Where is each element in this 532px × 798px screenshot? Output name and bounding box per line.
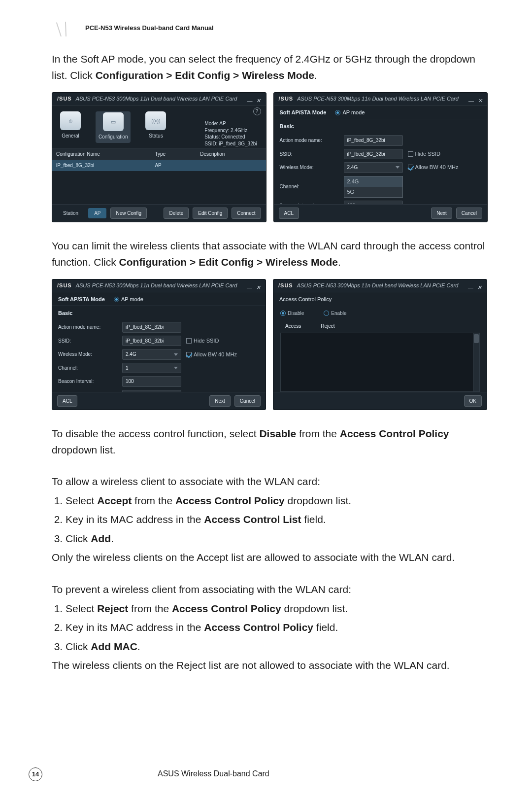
configuration-icon: ▭ [103, 112, 124, 131]
para-allow-intro: To allow a wireless client to associate … [52, 474, 488, 490]
channel-open-list[interactable]: 2.4G 5G [344, 176, 403, 198]
connect-button[interactable]: Connect [232, 208, 261, 219]
tab-configuration[interactable]: ▭ Configuration [96, 111, 131, 143]
para-allow-result: Only the wireless clients on the Accept … [52, 550, 488, 566]
chevron-down-icon [174, 367, 178, 369]
next-button[interactable]: Next [431, 208, 452, 219]
delete-button[interactable]: Delete [164, 208, 189, 219]
status-icon: ((•)) [145, 111, 166, 130]
close-button[interactable]: ✕ [256, 283, 261, 288]
tab-reject[interactable]: Reject [321, 322, 334, 330]
minimize-button[interactable]: — [468, 283, 473, 288]
panel-edit-config-dropdown: /SUS ASUS PCE-N53 300Mbps 11n Dual band … [273, 92, 488, 222]
wireless-mode-select[interactable]: 2.4G [344, 162, 403, 173]
close-button[interactable]: ✕ [477, 97, 482, 102]
close-button[interactable]: ✕ [477, 283, 482, 288]
titlebar: /SUS ASUS PCE-N53 300Mbps 11n Dual band … [52, 93, 266, 105]
panel-access-control: /SUS ASUS PCE-N53 300Mbps 11n Dual band … [273, 279, 487, 410]
window-title: ASUS PCE-N53 300Mbps 11n Dual band Wirel… [76, 95, 237, 103]
tab-general[interactable]: ⎋ General [60, 111, 81, 143]
general-icon: ⎋ [60, 111, 81, 130]
manual-header: PCE-N53 Wireless Dual-band Card Manual [52, 20, 488, 36]
mode-readout: Mode: AP Frequency: 2.4GHz Status: Conne… [204, 120, 257, 147]
para-softap-intro: In the Soft AP mode, you can select the … [52, 51, 488, 83]
ssid-field[interactable]: iP_fbed_8G_32bi [122, 336, 181, 347]
brand: /SUS [57, 95, 72, 103]
ssid-field[interactable]: iP_fbed_8G_32bi [344, 149, 403, 160]
mac-listbox[interactable] [280, 333, 480, 392]
close-button[interactable]: ✕ [256, 97, 261, 102]
acp-enable-radio[interactable]: Enable [324, 310, 346, 317]
acl-button[interactable]: ACL [279, 208, 299, 219]
chevron-down-icon [174, 353, 178, 356]
ap-mode-radio[interactable]: AP mode [335, 108, 365, 117]
cancel-button[interactable]: Cancel [456, 208, 482, 219]
config-table-header: Configuration Name Type Description [52, 148, 266, 161]
next-button[interactable]: Next [209, 395, 231, 407]
para-reject-result: The wireless clients on the Reject list … [52, 658, 488, 674]
acp-title: Access Control Policy [273, 292, 487, 307]
reject-steps: Select Reject from the Access Control Po… [52, 601, 488, 655]
help-button[interactable]: ? [253, 107, 261, 115]
manual-title: PCE-N53 Wireless Dual-band Card Manual [85, 23, 214, 33]
cancel-button[interactable]: Cancel [234, 395, 261, 407]
acp-disable-radio[interactable]: Disable [280, 310, 304, 317]
antenna-icon [52, 20, 76, 36]
footer-tab-ap[interactable]: AP [88, 208, 106, 219]
hide-ssid-checkbox[interactable]: Hide SSID [186, 337, 219, 345]
footer-title: ASUS Wireless Dual-band Card [158, 768, 532, 780]
config-row-selected[interactable]: iP_fbed_8G_32bi AP [52, 160, 266, 171]
edit-config-button[interactable]: Edit Config [193, 208, 228, 219]
channel-select[interactable]: 1 [122, 363, 181, 374]
hide-ssid-checkbox[interactable]: Hide SSID [408, 150, 440, 158]
scrollbar[interactable] [473, 333, 479, 391]
minimize-button[interactable]: — [468, 97, 473, 102]
allow-steps: Select Accept from the Access Control Po… [52, 493, 488, 547]
softap-label: Soft AP/STA Mode [280, 108, 327, 117]
acl-button[interactable]: ACL [57, 395, 77, 407]
ok-button[interactable]: OK [464, 395, 482, 407]
section-basic: Basic [274, 119, 488, 134]
para-disable-acp: To disable the access control function, … [52, 426, 488, 458]
footer-tab-station[interactable]: Station [57, 208, 84, 219]
wireless-mode-select[interactable]: 2.4G [122, 349, 181, 360]
tab-status[interactable]: ((•)) Status [145, 111, 166, 143]
panel-edit-config-basic: /SUS ASUS PCE-N53 300Mbps 11n Dual band … [52, 279, 266, 410]
new-config-button[interactable]: New Config [110, 208, 147, 219]
minimize-button[interactable]: — [247, 283, 252, 288]
screenshot-row-2: /SUS ASUS PCE-N53 300Mbps 11n Dual band … [52, 279, 488, 410]
ap-mode-radio[interactable]: AP mode [114, 295, 143, 304]
screenshot-row-1: /SUS ASUS PCE-N53 300Mbps 11n Dual band … [52, 92, 488, 222]
action-mode-field[interactable]: iP_fbed_8G_32bi [344, 135, 403, 146]
para-access-control-intro: You can limit the wireless clients that … [52, 238, 488, 270]
action-mode-field[interactable]: iP_fbed_8G_32bi [122, 322, 181, 333]
allow-bw-checkbox[interactable]: Allow BW 40 MHz [186, 350, 237, 359]
para-reject-intro: To prevent a wireless client from associ… [52, 582, 488, 598]
chevron-down-icon [396, 166, 399, 169]
minimize-button[interactable]: — [247, 97, 252, 102]
page-number: 14 [29, 767, 42, 781]
panel-config-list: /SUS ASUS PCE-N53 300Mbps 11n Dual band … [52, 92, 266, 222]
beacon-field[interactable]: 100 [122, 376, 181, 387]
tab-accept[interactable]: Access [285, 322, 301, 330]
allow-bw-checkbox[interactable]: Allow BW 40 MHz [408, 163, 459, 172]
